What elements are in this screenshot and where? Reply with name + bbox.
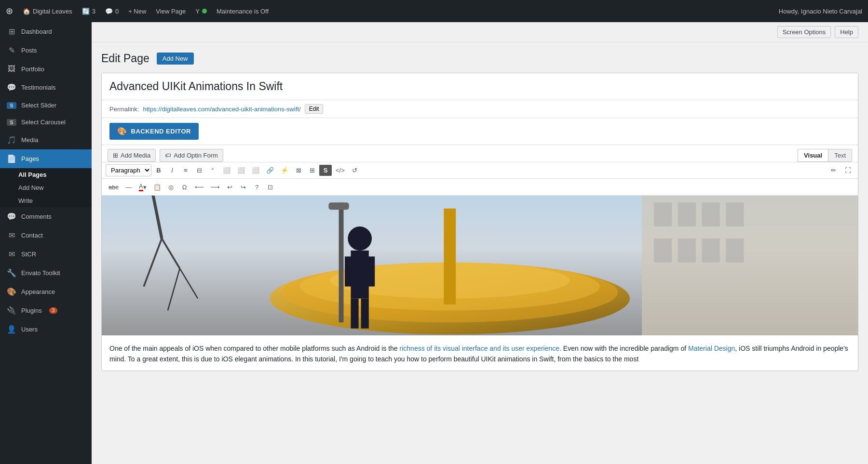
sidebar-pages-submenu: All Pages Add New Write (0, 168, 92, 207)
text-tab[interactable]: Text (828, 149, 852, 162)
adminbar-view-page[interactable]: View Page (156, 8, 186, 15)
sidebar-item-select-carousel[interactable]: S Select Carousel (0, 114, 92, 131)
bold-button[interactable]: B (152, 165, 165, 176)
help-button[interactable]: Help (835, 26, 858, 38)
stcr-icon: ✉ (7, 250, 16, 259)
insert-more-button[interactable]: ⊠ (292, 165, 305, 176)
visual-text-tabs: Visual Text (798, 149, 852, 162)
svg-rect-6 (654, 239, 672, 263)
sidebar-item-testimonials[interactable]: 💬 Testimonials (0, 78, 92, 97)
sidebar-item-portfolio[interactable]: 🖼 Portfolio (0, 60, 92, 78)
backend-editor-button[interactable]: 🎨 BACKEND EDITOR (109, 123, 199, 140)
unlink-button[interactable]: ⚡ (278, 165, 291, 176)
sidebar-item-comments[interactable]: 💬 Comments (0, 207, 92, 226)
toolbar-toggle-button[interactable]: ⊞ (306, 165, 318, 176)
editor-content[interactable]: One of the main appeals of iOS when comp… (102, 196, 858, 371)
textcolor-button[interactable]: A▾ (136, 181, 149, 193)
sidebar-sub-all-pages[interactable]: All Pages (18, 168, 92, 181)
redo-button[interactable]: ↪ (237, 182, 250, 193)
admin-bar: ⊛ 🏠 Digital Leaves 🔄 3 💬 0 + New View Pa… (0, 0, 868, 22)
sidebar-sub-add-new[interactable]: Add New (18, 181, 92, 194)
edit-box: Permalink: https://digitalleaves.com/adv… (101, 73, 858, 371)
svg-rect-5 (726, 202, 744, 226)
sidebar-item-media[interactable]: 🎵 Media (0, 131, 92, 149)
main-content: Edit Page Add New Permalink: https://dig… (92, 42, 868, 464)
svg-point-20 (348, 226, 372, 251)
fullscreen-button[interactable]: ⛶ (841, 165, 854, 176)
sidebar-item-appearance[interactable]: 🎨 Appearance (0, 282, 92, 301)
posts-icon: ✎ (7, 46, 16, 55)
adminbar-plugin-icon[interactable]: Y (195, 8, 207, 15)
sidebar-item-plugins[interactable]: 🔌 Plugins 3 (0, 301, 92, 320)
pages-icon: 📄 (7, 154, 16, 163)
sidebar-item-contact[interactable]: ✉ Contact (0, 226, 92, 245)
ul-button[interactable]: ≡ (179, 165, 192, 176)
undo-button[interactable]: ↩ (224, 182, 236, 193)
svg-rect-25 (361, 298, 369, 328)
outdent-button[interactable]: ⟵ (192, 182, 207, 193)
svg-rect-3 (678, 202, 696, 226)
envato-icon: 🔧 (7, 268, 16, 278)
adminbar-comments[interactable]: 💬 0 (105, 8, 119, 15)
code-button[interactable]: </> (333, 165, 348, 176)
svg-rect-2 (654, 202, 672, 226)
permalink-label: Permalink: (109, 106, 139, 113)
comments-icon: 💬 (7, 212, 16, 221)
sidebar-sub-write[interactable]: Write (18, 194, 92, 207)
editor-link-2[interactable]: Material Design (688, 345, 735, 352)
special-char-button[interactable]: Ω (178, 182, 191, 193)
blockquote-button[interactable]: “ (206, 165, 219, 176)
page-header: Edit Page Add New (101, 52, 858, 65)
sidebar-item-pages[interactable]: 📄 Pages ▶ (0, 149, 92, 168)
refresh-button[interactable]: ↺ (349, 165, 361, 176)
add-media-button[interactable]: ⊞ Add Media (108, 149, 156, 162)
adminbar-updates[interactable]: 🔄 3 (82, 8, 95, 15)
sidebar-item-envato[interactable]: 🔧 Envato Toolkit (0, 264, 92, 282)
sidebar-item-dashboard[interactable]: ⊞ Dashboard (0, 22, 92, 41)
editor-link-1[interactable]: richness of its visual interface and its… (400, 345, 560, 352)
align-center-button[interactable]: ⬜ (234, 165, 248, 176)
edit-pencil-button[interactable]: ✏ (827, 165, 840, 176)
wp-logo-icon[interactable]: ⊛ (6, 6, 13, 16)
sidebar-item-select-slider[interactable]: S Select Slider (0, 97, 92, 114)
page-title-input[interactable] (102, 73, 858, 100)
sidebar: ⊞ Dashboard ✎ Posts 🖼 Portfolio 💬 Testim… (0, 22, 92, 464)
adminbar-site-name[interactable]: 🏠 Digital Leaves (23, 8, 72, 15)
sidebar-active-arrow: ▶ (88, 152, 92, 166)
hr-button[interactable]: — (122, 182, 135, 193)
align-left-button[interactable]: ⬜ (220, 165, 233, 176)
sidebar-item-users[interactable]: 👤 Users (0, 320, 92, 339)
link-button[interactable]: 🔗 (263, 165, 277, 176)
edit-permalink-button[interactable]: Edit (305, 104, 324, 114)
backend-editor-row: 🎨 BACKEND EDITOR (102, 118, 858, 145)
sidebar-item-stcr[interactable]: ✉ StCR (0, 245, 92, 264)
add-optin-form-button[interactable]: 🏷 Add Optin Form (160, 149, 223, 162)
plugins-badge: 3 (49, 307, 58, 314)
adminbar-new[interactable]: + New (128, 8, 146, 15)
add-media-icon: ⊞ (113, 152, 118, 159)
screen-options-button[interactable]: Screen Options (777, 26, 831, 38)
align-right-button[interactable]: ⬜ (249, 165, 262, 176)
select-carousel-icon: S (7, 119, 16, 126)
indent-button[interactable]: ⟶ (208, 182, 223, 193)
svg-rect-22 (345, 256, 354, 286)
clear-button[interactable]: ◎ (165, 182, 177, 193)
svg-rect-27 (328, 202, 349, 210)
editor-text-paragraph: One of the main appeals of iOS when comp… (102, 335, 858, 371)
paragraph-select[interactable]: Paragraph (106, 164, 151, 176)
editor-toolbar-2: abc — A▾ 📋 ◎ Ω ⟵ ⟶ ↩ ↪ ? ⊡ (102, 179, 858, 196)
extra-button[interactable]: ⊡ (264, 182, 277, 193)
testimonials-icon: 💬 (7, 83, 16, 92)
italic-button[interactable]: I (166, 165, 178, 176)
ol-button[interactable]: ⊟ (193, 165, 205, 176)
help-toolbar-button[interactable]: ? (251, 182, 263, 193)
sidebar-item-posts[interactable]: ✎ Posts (0, 41, 92, 60)
svg-rect-1 (642, 196, 858, 335)
s-button[interactable]: S (319, 165, 332, 176)
strikethrough-button[interactable]: abc (106, 182, 122, 193)
paste-text-button[interactable]: 📋 (150, 182, 164, 193)
visual-tab[interactable]: Visual (798, 149, 828, 162)
add-new-page-button[interactable]: Add New (157, 53, 194, 65)
adminbar-user-greeting: Howdy, Ignacio Nieto Carvajal (779, 8, 862, 15)
permalink-link[interactable]: https://digitalleaves.com/advanced-uikit… (143, 106, 300, 113)
